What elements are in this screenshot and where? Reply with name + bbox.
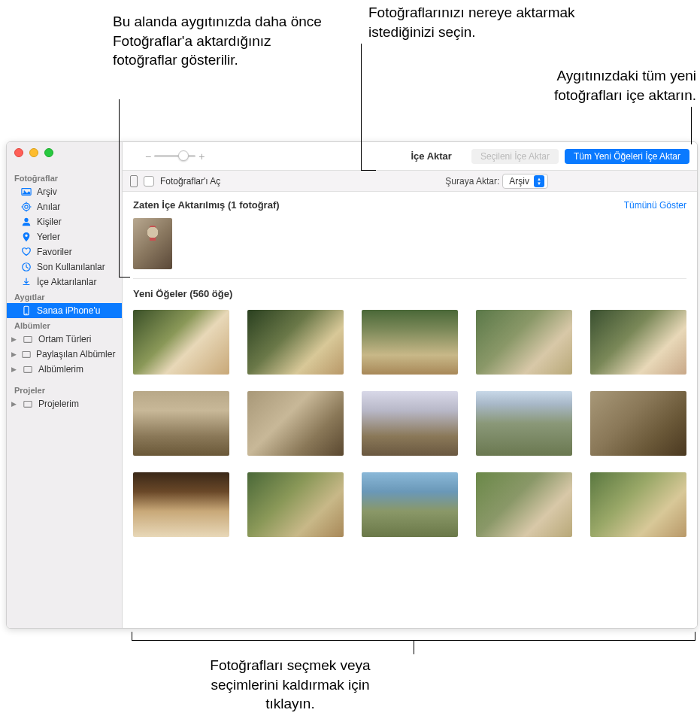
photo-thumbnail[interactable]: [133, 472, 229, 537]
photo-thumbnail[interactable]: [590, 391, 686, 456]
sidebar-label: Son Kullanılanlar: [37, 262, 114, 272]
open-photos-checkbox[interactable]: [144, 176, 154, 187]
photo-thumbnail[interactable]: [133, 218, 172, 269]
sidebar-item-favorites[interactable]: Favoriler: [7, 244, 122, 259]
import-icon: [20, 277, 32, 287]
new-items-title: Yeni Öğeler (560 öğe): [133, 288, 686, 299]
close-window-button[interactable]: [14, 148, 23, 157]
already-imported-row: [133, 218, 686, 279]
photo-thumbnail[interactable]: [362, 391, 458, 456]
chevron-right-icon: ▶: [11, 350, 17, 358]
new-items-grid: [133, 310, 686, 537]
import-destination-dropdown: Şuraya Aktar: Arşiv ▲▼: [445, 174, 548, 189]
photo-thumbnail[interactable]: [362, 310, 458, 375]
sidebar-label: Ortam Türleri: [38, 334, 114, 344]
device-icon: [130, 175, 138, 187]
chevron-right-icon: ▶: [11, 400, 17, 408]
photo-thumbnail[interactable]: [476, 472, 572, 537]
main-content: − + İçe Aktar Seçileni İçe Aktar Tüm Yen…: [123, 142, 697, 628]
callout-line: [119, 277, 130, 278]
sidebar-section-photos: Fotoğraflar: [7, 171, 122, 184]
svg-point-4: [24, 218, 28, 222]
sidebar-item-media-types[interactable]: ▶ Ortam Türleri: [7, 332, 122, 347]
sidebar-label: İçe Aktarılanlar: [37, 277, 114, 287]
sidebar-label: Kişiler: [37, 217, 114, 227]
callout-line: [414, 641, 414, 654]
import-selected-button[interactable]: Seçileni İçe Aktar: [471, 149, 559, 164]
page-title: İçe Aktar: [411, 150, 451, 162]
minimize-window-button[interactable]: [29, 148, 38, 157]
photo-thumbnail[interactable]: [247, 391, 344, 456]
already-imported-title: Zaten İçe Aktarılmış (1 fotoğraf): [133, 199, 280, 211]
photo-thumbnail[interactable]: [247, 472, 344, 537]
svg-rect-10: [24, 367, 32, 373]
toolbar: − + İçe Aktar Seçileni İçe Aktar Tüm Yen…: [123, 142, 697, 171]
photo-thumbnail[interactable]: [362, 472, 458, 537]
show-all-link[interactable]: Tümünü Göster: [624, 200, 686, 211]
sidebar-item-recents[interactable]: Son Kullanılanlar: [7, 259, 122, 275]
fullscreen-window-button[interactable]: [44, 148, 53, 157]
folder-icon: [22, 364, 34, 375]
photo-thumbnail[interactable]: [476, 310, 572, 375]
sidebar-label: Paylaşılan Albümler: [36, 349, 115, 359]
clock-icon: [20, 262, 32, 272]
places-icon: [20, 232, 32, 242]
slider-thumb[interactable]: [178, 150, 189, 161]
bracket-line: [132, 632, 695, 641]
svg-rect-11: [24, 402, 32, 408]
callout-already-imported: Bu alanda aygıtınızda daha önce Fotoğraf…: [113, 12, 338, 70]
window-controls: [14, 148, 53, 157]
memories-icon: [20, 202, 32, 212]
photo-thumbnail[interactable]: [590, 310, 686, 375]
heart-icon: [20, 247, 32, 257]
sidebar-label: Favoriler: [37, 247, 114, 257]
sidebar-item-my-albums[interactable]: ▶ Albümlerim: [7, 362, 122, 377]
photo-thumbnail[interactable]: [247, 310, 344, 375]
sidebar-section-devices: Aygıtlar: [7, 290, 122, 303]
zoom-in-icon: +: [198, 150, 205, 162]
sidebar-label: Anılar: [37, 202, 114, 212]
callout-line: [361, 44, 362, 170]
svg-point-2: [23, 203, 30, 211]
sidebar-item-library[interactable]: Arşiv: [7, 184, 122, 199]
dropdown-value: Arşiv: [509, 176, 529, 187]
sidebar: Fotoğraflar Arşiv Anılar Kişiler Yerler …: [7, 142, 123, 628]
callout-select-photos: Fotoğrafları seçmek veya seçimlerini kal…: [185, 656, 395, 714]
import-all-new-button[interactable]: Tüm Yeni Öğeleri İçe Aktar: [565, 149, 689, 164]
zoom-slider[interactable]: − +: [145, 150, 205, 162]
photos-app-window: Fotoğraflar Arşiv Anılar Kişiler Yerler …: [6, 141, 698, 629]
photo-thumbnail[interactable]: [133, 310, 229, 375]
sidebar-section-projects: Projeler: [7, 383, 122, 396]
photo-thumbnail[interactable]: [133, 391, 229, 456]
folder-icon: [21, 349, 32, 359]
callout-line: [361, 170, 376, 171]
zoom-out-icon: −: [145, 150, 151, 162]
callout-line: [691, 107, 692, 144]
folder-icon: [22, 399, 34, 409]
slider-track[interactable]: [154, 155, 195, 157]
dropdown-arrows-icon: ▲▼: [534, 175, 544, 187]
sidebar-item-shared-albums[interactable]: ▶ Paylaşılan Albümler: [7, 347, 122, 362]
sidebar-label: Sanaa iPhone'u: [37, 305, 114, 316]
import-to-select[interactable]: Arşiv ▲▼: [502, 174, 548, 189]
photo-thumbnail[interactable]: [590, 472, 686, 537]
folder-icon: [22, 334, 34, 344]
svg-rect-8: [24, 337, 32, 343]
photo-thumbnail[interactable]: [476, 391, 572, 456]
sidebar-item-my-projects[interactable]: ▶ Projelerim: [7, 396, 122, 411]
sidebar-label: Yerler: [37, 232, 114, 242]
sidebar-item-imports[interactable]: İçe Aktarılanlar: [7, 275, 122, 290]
callout-destination: Fotoğraflarınızı nereye aktarmak istediğ…: [368, 3, 594, 41]
sidebar-label: Arşiv: [37, 187, 114, 197]
import-options-bar: Fotoğraflar'ı Aç Şuraya Aktar: Arşiv ▲▼: [123, 171, 697, 192]
sidebar-item-device[interactable]: Sanaa iPhone'u: [7, 303, 122, 318]
iphone-icon: [20, 305, 32, 316]
content-area: Zaten İçe Aktarılmış (1 fotoğraf) Tümünü…: [123, 192, 697, 628]
sidebar-item-people[interactable]: Kişiler: [7, 214, 122, 229]
import-to-label: Şuraya Aktar:: [445, 176, 499, 187]
sidebar-item-places[interactable]: Yerler: [7, 229, 122, 244]
already-imported-header: Zaten İçe Aktarılmış (1 fotoğraf) Tümünü…: [133, 199, 686, 211]
library-icon: [20, 187, 32, 197]
sidebar-section-albums: Albümler: [7, 318, 122, 332]
sidebar-item-memories[interactable]: Anılar: [7, 199, 122, 214]
